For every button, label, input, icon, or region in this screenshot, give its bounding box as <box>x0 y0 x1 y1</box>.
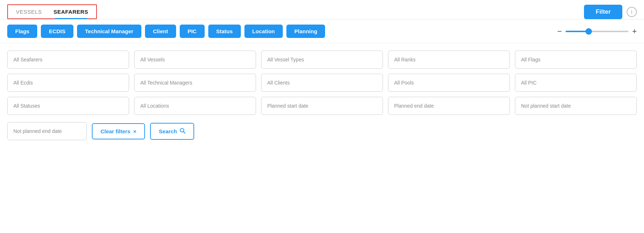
filter-btn-client[interactable]: Client <box>145 25 176 38</box>
dropdown-all-ranks-label: All Ranks <box>394 57 415 62</box>
dropdown-all-clients[interactable]: All Clients <box>261 74 383 92</box>
dropdown-all-ecdis[interactable]: All Ecdis <box>7 74 129 92</box>
zoom-plus-button[interactable]: + <box>632 27 637 36</box>
zoom-minus-button[interactable]: − <box>557 27 562 36</box>
action-row: Not planned end date Clear filters × Sea… <box>0 118 644 147</box>
header-right: Filter i <box>584 5 637 19</box>
svg-line-1 <box>184 131 185 133</box>
clear-filters-icon: × <box>133 128 137 134</box>
filters-grid: All Seafarers All Vessels All Vessel Typ… <box>7 51 637 115</box>
tab-seafarers[interactable]: SEAFARERS <box>48 6 94 18</box>
filter-btn-flags[interactable]: Flags <box>7 25 37 38</box>
filter-btn-planning[interactable]: Planning <box>286 25 325 38</box>
dropdown-all-pic-label: All PIC <box>521 80 537 86</box>
filter-btn-status[interactable]: Status <box>208 25 241 38</box>
dropdown-all-locations-label: All Locations <box>140 103 169 109</box>
search-icon <box>180 128 185 135</box>
dropdown-all-statuses-label: All Statuses <box>13 103 40 109</box>
filter-button[interactable]: Filter <box>584 5 622 19</box>
filter-buttons-left: Flags ECDIS Technical Manager Client PIC… <box>7 25 325 38</box>
dropdown-planned-end-date-label: Planned end date <box>394 103 434 109</box>
dropdown-all-clients-label: All Clients <box>267 80 290 86</box>
dropdown-all-vessel-types[interactable]: All Vessel Types <box>261 51 383 69</box>
info-icon[interactable]: i <box>627 7 637 17</box>
zoom-control: − + <box>557 27 637 36</box>
dropdown-all-vessels[interactable]: All Vessels <box>134 51 256 69</box>
dropdown-planned-start-date[interactable]: Planned start date <box>261 97 383 115</box>
dropdown-planned-start-date-label: Planned start date <box>267 103 308 109</box>
dropdown-all-statuses[interactable]: All Statuses <box>7 97 129 115</box>
dropdown-not-planned-end-date-label: Not planned end date <box>13 128 62 134</box>
dropdown-all-pic[interactable]: All PIC <box>515 74 637 92</box>
filter-btn-pic[interactable]: PIC <box>180 25 205 38</box>
dropdown-all-vessels-label: All Vessels <box>140 57 165 62</box>
dropdown-all-ecdis-label: All Ecdis <box>13 80 33 86</box>
dropdown-all-technical-managers[interactable]: All Technical Managers <box>134 74 256 92</box>
dropdown-all-pools-label: All Pools <box>394 80 414 86</box>
filter-btn-location[interactable]: Location <box>244 25 283 38</box>
tab-vessels[interactable]: VESSELS <box>10 6 48 18</box>
filter-btn-technical-manager[interactable]: Technical Manager <box>77 25 141 38</box>
dropdown-all-ranks[interactable]: All Ranks <box>388 51 510 69</box>
dropdown-all-flags-label: All Flags <box>521 57 541 62</box>
dropdown-planned-end-date[interactable]: Planned end date <box>388 97 510 115</box>
dropdown-not-planned-start-date-label: Not planned start date <box>521 103 571 109</box>
dropdown-all-flags[interactable]: All Flags <box>515 51 637 69</box>
search-button[interactable]: Search <box>150 123 194 140</box>
dropdown-all-vessel-types-label: All Vessel Types <box>267 57 304 62</box>
filter-buttons-section: Flags ECDIS Technical Manager Client PIC… <box>0 20 644 43</box>
dropdown-all-locations[interactable]: All Locations <box>134 97 256 115</box>
tabs-container: VESSELS SEAFARERS <box>7 4 97 19</box>
dropdown-all-technical-managers-label: All Technical Managers <box>140 80 192 86</box>
dropdown-not-planned-start-date[interactable]: Not planned start date <box>515 97 637 115</box>
clear-filters-label: Clear filters <box>101 128 131 134</box>
filter-btn-ecdis[interactable]: ECDIS <box>41 25 73 38</box>
clear-filters-button[interactable]: Clear filters × <box>92 123 145 139</box>
page-container: VESSELS SEAFARERS Filter i Flags ECDIS T… <box>0 0 644 233</box>
dropdown-all-pools[interactable]: All Pools <box>388 74 510 92</box>
search-label: Search <box>159 128 177 134</box>
header-section: VESSELS SEAFARERS Filter i <box>0 0 644 20</box>
dropdown-all-seafarers-label: All Seafarers <box>13 57 42 62</box>
dropdown-all-seafarers[interactable]: All Seafarers <box>7 51 129 69</box>
zoom-slider[interactable] <box>566 31 628 32</box>
dropdown-not-planned-end-date[interactable]: Not planned end date <box>7 122 87 140</box>
filters-grid-section: All Seafarers All Vessels All Vessel Typ… <box>0 43 644 118</box>
